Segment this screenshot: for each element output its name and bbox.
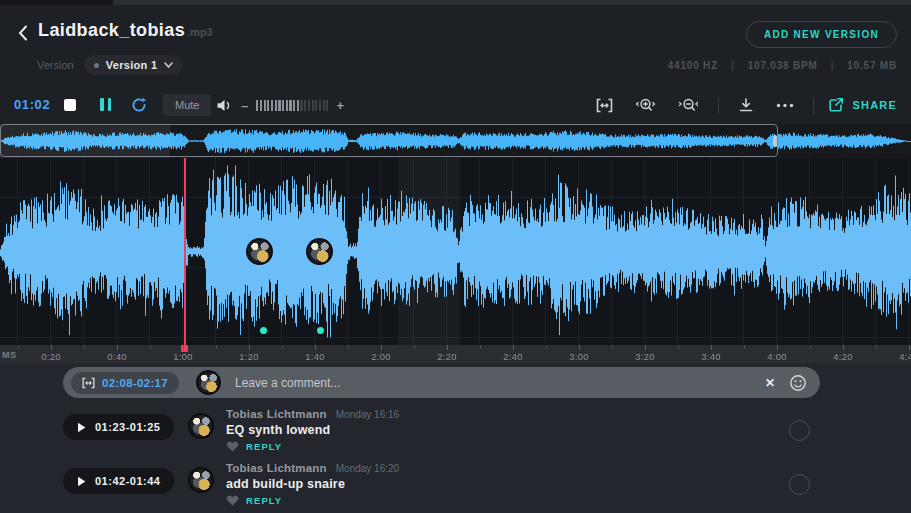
timeline-tick [579, 345, 580, 350]
speaker-icon [216, 98, 233, 113]
comment-play-range-button[interactable]: 01:23-01:25 [63, 414, 174, 440]
playhead[interactable] [184, 158, 186, 345]
resolve-checkbox[interactable] [789, 420, 810, 441]
comment-date: Monday 16:16 [336, 409, 399, 420]
download-button[interactable] [727, 97, 765, 113]
comment-content: Tobias Lichtmann Monday 16:20 add build-… [226, 462, 399, 506]
toolbar-right: SHARE [585, 90, 897, 120]
timeline-tick [150, 345, 151, 349]
timeline-ruler[interactable]: MS 0:200:401:001:201:402:002:202:403:003… [0, 345, 911, 363]
zoom-in-button[interactable] [624, 97, 667, 113]
timeline-tick [810, 345, 811, 349]
comment-range-value: 02:08-02:17 [102, 377, 168, 389]
share-icon [828, 97, 844, 113]
comment-author: Tobias Lichtmann [226, 462, 327, 474]
commenter-avatar [188, 413, 214, 439]
back-button[interactable] [12, 22, 34, 44]
comment-marker-dot[interactable] [317, 327, 324, 334]
emoji-button[interactable] [789, 374, 807, 392]
volume-slider[interactable] [256, 100, 328, 111]
volume-down-button[interactable]: – [241, 99, 248, 112]
minimap [0, 124, 911, 158]
timeline-tick [876, 345, 877, 349]
timeline-tick-label: 2:40 [503, 351, 523, 362]
timeline-tick [744, 345, 745, 349]
stat-separator: | [831, 60, 835, 71]
timeline-tick-label: 1:20 [239, 351, 259, 362]
version-selector[interactable]: Version 1 [84, 55, 184, 75]
timeline-tick-label: 2:00 [371, 351, 391, 362]
comment-marker-dot[interactable] [260, 327, 267, 334]
version-row: Version Version 1 [37, 55, 183, 75]
mute-button[interactable]: Mute [163, 94, 211, 116]
resolve-checkbox[interactable] [789, 474, 810, 495]
timeline-tick [216, 345, 217, 349]
comment-author: Tobias Lichtmann [226, 408, 327, 420]
pause-button[interactable] [100, 98, 111, 111]
minimap-window-handle[interactable] [773, 135, 777, 147]
timeline-tick-label: 0:20 [41, 351, 61, 362]
loop-button[interactable] [130, 96, 148, 118]
timeline-tick [348, 345, 349, 349]
chevron-down-icon [164, 62, 173, 68]
timeline-tick-label: 1:00 [173, 351, 193, 362]
stat-filesize: 10.57 MB [847, 60, 897, 71]
file-stats: 44100 HZ | 107.038 BPM | 10.57 MB [668, 60, 897, 71]
timeline-tick [447, 345, 448, 350]
stop-button[interactable] [64, 99, 76, 111]
comment-row: 01:42-01:44 Tobias Lichtmann Monday 16:2… [63, 462, 863, 512]
waveform-area [0, 158, 911, 345]
timeline-tick [777, 345, 778, 350]
version-dot-icon [94, 63, 99, 68]
current-time: 01:02 [14, 97, 50, 112]
reply-button[interactable]: REPLY [246, 441, 282, 452]
zoom-out-button[interactable] [667, 97, 710, 113]
minimap-viewport-window[interactable] [0, 124, 778, 157]
share-button[interactable]: SHARE [828, 97, 897, 113]
timeline-tick [414, 345, 415, 349]
comment-range: 01:42-01:44 [95, 475, 160, 487]
timeline-tick [18, 345, 19, 349]
volume-up-button[interactable]: + [336, 99, 344, 112]
chevron-left-icon [18, 25, 28, 41]
share-label: SHARE [852, 99, 897, 111]
play-icon [77, 422, 86, 433]
zoom-out-icon [678, 97, 699, 113]
comment-avatar-pin[interactable] [246, 238, 273, 265]
play-icon [77, 476, 86, 487]
track-extension: .mp3 [187, 26, 213, 38]
timeline-tick [645, 345, 646, 350]
timeline-tick [249, 345, 250, 350]
ellipsis-icon [776, 103, 794, 108]
timeline-tick-label: 3:20 [635, 351, 655, 362]
timeline-tick [51, 345, 52, 350]
toolbar-divider [718, 97, 719, 114]
comment-avatar-pin[interactable] [306, 238, 333, 265]
close-icon[interactable]: ✕ [761, 372, 779, 394]
heart-icon[interactable] [226, 495, 239, 506]
comment-input-bar[interactable]: 02:08-02:17 Leave a comment... ✕ [63, 367, 820, 398]
commenter-avatar [188, 467, 214, 493]
timeline-tick [381, 345, 382, 350]
more-options-button[interactable] [765, 103, 805, 108]
timeline-tick-label: 3:00 [569, 351, 589, 362]
timeline-tick [480, 345, 481, 349]
reply-button[interactable]: REPLY [246, 495, 282, 506]
timeline-tick [612, 345, 613, 349]
transport-bar: 01:02 Mute – + [0, 90, 911, 120]
version-value: Version 1 [106, 59, 158, 71]
add-new-version-button[interactable]: ADD NEW VERSION [746, 21, 897, 48]
fit-selection-button[interactable] [585, 98, 624, 113]
comment-range: 01:23-01:25 [95, 421, 160, 433]
timeline-tick [315, 345, 316, 350]
timeline-tick [282, 345, 283, 349]
main-waveform[interactable] [0, 158, 911, 345]
comment-range-chip[interactable]: 02:08-02:17 [71, 372, 179, 394]
timeline-tick [678, 345, 679, 349]
toolbar-divider [813, 97, 814, 114]
timeline-unit-label: MS [2, 350, 17, 360]
comment-play-range-button[interactable]: 01:42-01:44 [63, 468, 174, 494]
zoom-in-icon [635, 97, 656, 113]
timeline-tick [909, 345, 910, 350]
heart-icon[interactable] [226, 441, 239, 452]
